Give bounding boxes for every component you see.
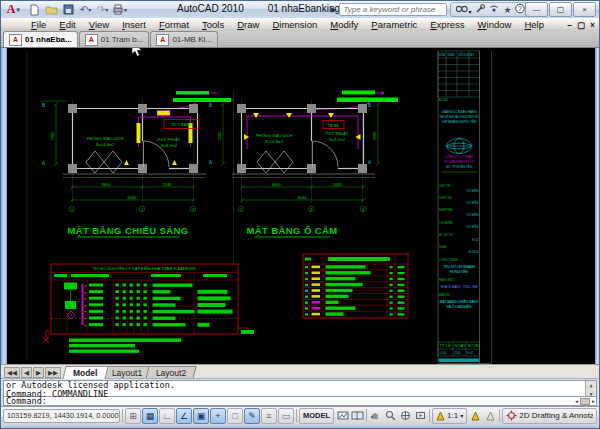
command-input[interactable]: Command: ◀▶ (3, 397, 597, 406)
layout-tabbar: ◀◀◀▶▶▶ Model Layout1 Layout2 (1, 364, 599, 379)
svg-text:S=14.6m2: S=14.6m2 (96, 142, 115, 147)
undo-icon[interactable]: ↶▾ (78, 3, 93, 16)
menu-tools[interactable]: Tools (202, 19, 224, 30)
menu-modify[interactable]: Modify (330, 19, 358, 30)
toggle-qp-icon[interactable]: ▭ (278, 408, 294, 424)
redo-icon[interactable]: ↷▾ (95, 3, 110, 16)
menu-help[interactable]: Help (524, 19, 544, 30)
open-icon[interactable] (44, 3, 59, 16)
svg-text:CÔNG TY CỔ PHẦN: CÔNG TY CỔ PHẦN (445, 154, 473, 159)
svg-text:?: ? (519, 5, 523, 12)
restore-button[interactable]: ▢ (549, 2, 572, 17)
svg-text:MẶT BẰNG Ổ CẮM: MẶT BẰNG Ổ CẮM (246, 225, 337, 236)
menu-dimension[interactable]: Dimension (272, 19, 317, 30)
steering-wheel-icon[interactable] (399, 409, 412, 422)
workspace-switcher[interactable]: 2D Drafting & Annotati (502, 408, 597, 424)
file-tab-3[interactable]: A01-MB Kl... (150, 31, 218, 47)
svg-text:3600: 3600 (102, 182, 112, 187)
quick-view-layouts-icon[interactable] (336, 409, 349, 422)
zoom-icon[interactable] (384, 409, 397, 422)
svg-text:×: × (84, 290, 87, 295)
svg-text:Đ-02: Đ-02 (472, 238, 479, 242)
menu-draw[interactable]: Draw (237, 19, 259, 30)
file-tab-2[interactable]: A01 Tram b... (79, 31, 150, 47)
dwg-file-icon: A (85, 34, 98, 46)
menu-format[interactable]: Format (159, 19, 189, 30)
menu-edit[interactable]: Edit (59, 19, 75, 30)
minimize-button[interactable]: — (525, 2, 548, 17)
infocenter-collapse-icon[interactable]: ▶ (331, 6, 336, 14)
title-block: SỬA NGÀY NỘI DUNG KT Đ-02 GIÁM ĐỐC NGÂN … (438, 51, 492, 364)
plan-lighting: TD-T.BANK PHÒNG GIAO DỊCH S=14.6m2 P.KỸ … (41, 91, 231, 237)
doc-window-right-border (595, 48, 600, 364)
toggle-ortho-icon[interactable]: ∟ (159, 408, 175, 424)
document-window-controls: – ▢ × (567, 18, 595, 31)
pan-icon[interactable] (369, 409, 382, 422)
new-icon[interactable] (27, 3, 42, 16)
svg-text:VÀ Ổ CẮM ĐIỆN: VÀ Ổ CẮM ĐIỆN (447, 304, 473, 309)
app-menu-button[interactable]: A▼ (3, 3, 25, 17)
toggle-grid-icon[interactable]: ▦ (142, 408, 158, 424)
command-hscroll[interactable]: ◀▶ (575, 397, 595, 405)
company-logo (447, 139, 472, 154)
save-icon[interactable] (61, 3, 76, 16)
svg-text:NGÀY: NGÀY (455, 343, 467, 348)
toggle-snap-icon[interactable]: ⊞ (125, 408, 141, 424)
toggle-osnap-icon[interactable]: ▣ (193, 408, 209, 424)
toggle-dyn-icon[interactable]: ✎ (244, 408, 260, 424)
command-scrollbar[interactable]: ▲▼ (585, 381, 596, 396)
svg-text:3: 3 (362, 207, 365, 212)
svg-text:TỶ LỆ: TỶ LỆ (440, 343, 451, 348)
plot-icon[interactable]: ▾ (112, 3, 127, 16)
menu-express[interactable]: Express (430, 19, 464, 30)
svg-text:NỘI DUNG: NỘI DUNG (459, 52, 472, 57)
annotation-visibility-icon[interactable] (469, 409, 482, 422)
svg-text:TB-BK: TB-BK (328, 123, 340, 128)
svg-text:CHỦ TRÌ: CHỦ TRÌ (439, 183, 451, 188)
favorites-icon[interactable]: ★ (503, 5, 511, 15)
communication-center-icon[interactable] (489, 4, 499, 16)
menu-window[interactable]: Window (478, 19, 512, 30)
svg-text:SỐ BV: SỐ BV (468, 343, 481, 348)
command-window: or Autodesk licensed application. Comman… (1, 378, 599, 406)
svg-text:NGÀY: NGÀY (439, 245, 447, 249)
svg-text:S=8.2m2: S=8.2m2 (329, 137, 346, 142)
file-tab-1[interactable]: A01 nhaEba... (3, 31, 78, 47)
svg-text:2440: 2440 (163, 182, 173, 187)
menu-file[interactable]: File (31, 19, 46, 30)
toggle-lwt-icon[interactable]: ≡ (261, 408, 277, 424)
annotation-scale-button[interactable]: 1:1▾ (432, 408, 467, 424)
menu-view[interactable]: View (89, 19, 109, 30)
toggle-ducs-icon[interactable]: □ (227, 408, 243, 424)
svg-text:KS. ĐIỆN: KS. ĐIỆN (467, 212, 479, 217)
command-history[interactable]: or Autodesk licensed application. Comman… (3, 380, 597, 397)
toggle-polar-icon[interactable]: ∠ (176, 408, 192, 424)
menu-insert[interactable]: Insert (122, 19, 146, 30)
autoscale-icon[interactable] (484, 409, 497, 422)
doc-restore-icon[interactable]: ▢ (577, 20, 585, 30)
doc-minimize-icon[interactable]: – (567, 20, 572, 30)
show-motion-icon[interactable] (414, 409, 427, 422)
status-toggles: ⊞▦∟∠▣+□✎≡▭ (125, 408, 294, 424)
subscription-icon[interactable] (475, 4, 485, 16)
svg-text:PHÒNG GIAO DỊCH: PHÒNG GIAO DỊCH (256, 133, 293, 138)
quick-view-drawings-icon[interactable] (351, 409, 364, 422)
coordinates-readout[interactable]: 103159.8219, 14430.1914, 0.0000 (3, 409, 120, 423)
search-input[interactable] (339, 3, 447, 16)
schedule-table: SƠ ĐỒ NGUYÊN LÝ CẤP ĐIỆN NHÀ TRẠM E-BANK… (43, 264, 254, 353)
svg-text:×: × (84, 316, 87, 321)
drawing-canvas[interactable]: TD-T.BANK PHÒNG GIAO DỊCH S=14.6m2 P.KỸ … (1, 48, 600, 364)
infocenter: ▶ ▾ ★ ?▾ (331, 2, 535, 17)
search-icon[interactable]: ▾ (455, 4, 471, 16)
menu-parametric[interactable]: Parametric (371, 19, 417, 30)
doc-close-icon[interactable]: × (590, 20, 595, 30)
svg-text:B: B (42, 103, 45, 108)
svg-text:×: × (84, 309, 87, 314)
toggle-otrack-icon[interactable]: + (210, 408, 226, 424)
gear-icon (506, 410, 517, 421)
model-space-button[interactable]: MODEL (299, 408, 334, 424)
svg-text:KT: KT (471, 53, 475, 57)
close-button[interactable]: × (573, 2, 596, 17)
tab-model[interactable]: Model (62, 366, 108, 379)
svg-text:TMCP NGOẠI THƯƠNG VN: TMCP NGOẠI THƯƠNG VN (439, 115, 479, 119)
